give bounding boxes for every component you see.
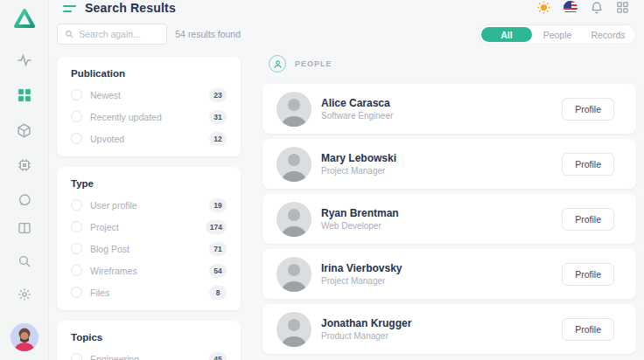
filter-option-count: 19: [209, 198, 227, 212]
profile-button[interactable]: Profile: [562, 98, 614, 121]
person-photo: [276, 92, 312, 127]
cube-icon[interactable]: [17, 122, 32, 138]
filter-option-label: Upvoted: [90, 134, 209, 144]
person-info: Mary Lebowski Project Manager: [321, 152, 562, 177]
profile-button[interactable]: Profile: [562, 263, 614, 286]
filter-option-label: Wireframes: [90, 266, 209, 276]
results-column: AllPeopleRecords PEOPLE: [262, 24, 636, 360]
person-role: Product Manager: [321, 330, 562, 342]
profile-button[interactable]: Profile: [562, 208, 614, 231]
tabs-row: AllPeopleRecords: [262, 24, 636, 45]
filter-panel: Topics Engineering 45: [57, 321, 241, 360]
filter-option[interactable]: User profile 19: [71, 194, 227, 216]
filter-option-label: Newest: [90, 90, 209, 100]
radio-icon[interactable]: [71, 89, 82, 100]
filter-panel-title: Topics: [71, 332, 227, 343]
filter-option-label: Blog Post: [90, 244, 209, 254]
filter-options: Engineering 45: [71, 348, 227, 360]
filters-column: 54 results found Publication Newest 23: [57, 24, 241, 360]
chat-bubble-icon[interactable]: [17, 192, 32, 208]
person-card: Jonathan Krugger Product Manager Profile: [262, 304, 636, 354]
main-area: Search Results: [49, 0, 644, 360]
person-photo: [276, 257, 312, 292]
search-input[interactable]: [79, 29, 159, 39]
filter-option[interactable]: Files 8: [71, 281, 227, 303]
radio-icon[interactable]: [71, 353, 82, 360]
results-count: 54 results found: [175, 29, 241, 39]
person-card: Irina Vierbovsky Project Manager Profile: [262, 249, 636, 299]
filter-option-label: Files: [90, 287, 209, 298]
person-role: Web Developer: [321, 220, 562, 232]
person-info: Jonathan Krugger Product Manager: [321, 317, 562, 342]
filter-panel-title: Publication: [71, 68, 227, 79]
content: 54 results found Publication Newest 23: [49, 15, 644, 360]
filter-option[interactable]: Project 174: [71, 216, 227, 238]
radio-icon[interactable]: [71, 199, 82, 211]
radio-icon[interactable]: [71, 243, 82, 254]
person-card: Alice Carasca Software Engineer Profile: [262, 84, 636, 134]
people-section-label: PEOPLE: [295, 59, 332, 68]
topbar: Search Results: [49, 0, 644, 15]
filter-option[interactable]: Upvoted 12: [71, 128, 227, 149]
profile-button[interactable]: Profile: [562, 318, 614, 341]
filter-option-label: Recently updated: [90, 112, 209, 122]
theme-sun-icon[interactable]: [536, 0, 551, 15]
filter-option-count: 23: [209, 88, 227, 102]
person-name: Alice Carasca: [321, 97, 562, 110]
people-section-icon: [269, 55, 286, 73]
notifications-bell-icon[interactable]: [589, 0, 604, 15]
filter-panels: Publication Newest 23 Recently updated 3…: [57, 57, 241, 360]
person-photo: [276, 312, 312, 347]
tab[interactable]: Records: [583, 27, 634, 42]
filter-panel: Publication Newest 23 Recently updated 3…: [57, 57, 241, 156]
profile-button[interactable]: Profile: [562, 153, 614, 176]
tab[interactable]: All: [481, 27, 532, 42]
activity-icon[interactable]: [17, 52, 32, 68]
search-input-icon: [65, 29, 74, 39]
filter-option[interactable]: Engineering 45: [71, 348, 227, 360]
apps-grid-icon[interactable]: [615, 0, 630, 15]
filter-option-label: User profile: [90, 200, 209, 211]
topbar-actions: [536, 0, 630, 15]
radio-icon[interactable]: [71, 111, 82, 122]
filter-option[interactable]: Newest 23: [71, 84, 227, 106]
sidebar: [0, 0, 49, 360]
app-logo-icon[interactable]: [12, 7, 37, 30]
filter-option-label: Engineering: [90, 354, 209, 360]
radio-icon[interactable]: [71, 133, 82, 144]
person-photo: [276, 202, 312, 237]
filter-panel: Type User profile 19 Project 174: [57, 167, 241, 310]
filter-option[interactable]: Recently updated 31: [71, 106, 227, 128]
person-card: Mary Lebowski Project Manager Profile: [262, 139, 636, 189]
filter-panel-title: Type: [71, 178, 227, 189]
search-icon[interactable]: [17, 253, 32, 269]
person-card: Ryan Brentman Web Developer Profile: [262, 194, 636, 244]
menu-toggle-icon[interactable]: [63, 3, 76, 12]
page-title: Search Results: [85, 1, 176, 15]
radio-icon[interactable]: [71, 265, 82, 276]
filter-option-count: 8: [209, 286, 227, 300]
filter-option-count: 54: [209, 264, 227, 278]
radio-icon[interactable]: [71, 221, 82, 232]
search-box[interactable]: [57, 24, 167, 45]
layout-panel-icon[interactable]: [17, 220, 32, 236]
tabs: AllPeopleRecords: [479, 24, 636, 45]
sidebar-nav-bottom: [10, 220, 38, 351]
user-avatar[interactable]: [10, 323, 38, 351]
person-info: Ryan Brentman Web Developer: [321, 207, 562, 232]
radio-icon[interactable]: [71, 287, 82, 298]
tab[interactable]: People: [532, 27, 583, 42]
filter-options: User profile 19 Project 174 Blog Post 71: [71, 194, 227, 303]
search-row: 54 results found: [57, 24, 241, 45]
language-flag-icon[interactable]: [563, 0, 578, 15]
filter-option[interactable]: Blog Post 71: [71, 238, 227, 260]
person-role: Software Engineer: [321, 110, 562, 121]
person-name: Irina Vierbovsky: [321, 262, 562, 275]
dashboard-grid-icon[interactable]: [17, 87, 32, 103]
filter-option[interactable]: Wireframes 54: [71, 260, 227, 281]
filter-option-count: 12: [209, 132, 227, 146]
people-list: Alice Carasca Software Engineer Profile: [262, 84, 636, 354]
person-name: Ryan Brentman: [321, 207, 562, 220]
cpu-icon[interactable]: [17, 157, 32, 173]
settings-gear-icon[interactable]: [17, 287, 32, 302]
